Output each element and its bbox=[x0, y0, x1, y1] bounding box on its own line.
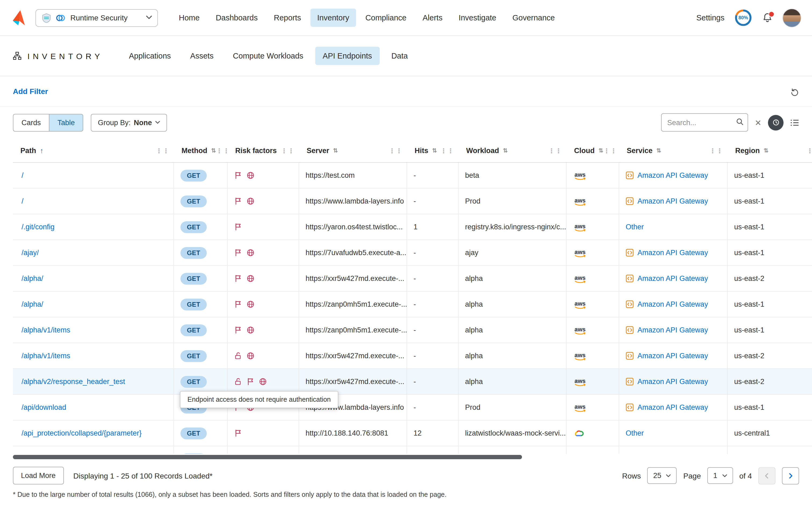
page-select[interactable]: 1 bbox=[707, 467, 733, 484]
tab-compute-workloads[interactable]: Compute Workloads bbox=[225, 47, 311, 65]
risk-internet-exposed-icon[interactable] bbox=[246, 352, 254, 360]
risk-internet-exposed-icon[interactable] bbox=[246, 300, 254, 308]
settings-link[interactable]: Settings bbox=[696, 13, 724, 22]
tab-applications[interactable]: Applications bbox=[121, 47, 178, 65]
add-filter-button[interactable]: Add Filter bbox=[13, 87, 48, 96]
risk-unauthenticated-icon[interactable] bbox=[234, 378, 242, 386]
table-row[interactable]: /api/download GET https://www.lambda-lay… bbox=[13, 395, 812, 420]
path-link[interactable]: / bbox=[21, 171, 23, 179]
risk-internet-exposed-icon[interactable] bbox=[246, 326, 254, 334]
prisma-logo[interactable] bbox=[11, 10, 27, 26]
clear-search-icon[interactable]: ✕ bbox=[755, 118, 761, 126]
nav-item-compliance[interactable]: Compliance bbox=[358, 9, 413, 27]
column-drag-handle[interactable]: ⋮⋮ bbox=[548, 147, 562, 154]
column-header[interactable]: Risk factors ⋮⋮ bbox=[228, 139, 299, 163]
path-link[interactable]: /alpha/v1/items bbox=[21, 326, 70, 334]
column-header[interactable]: Workload ⇅ ⋮⋮ bbox=[459, 139, 567, 163]
service-link[interactable]: Amazon API Gateway bbox=[637, 378, 708, 386]
table-row[interactable]: /api_protection/collapsed/{parameter} GE… bbox=[13, 420, 812, 446]
tab-data[interactable]: Data bbox=[384, 47, 415, 65]
sort-icon[interactable]: ↑ bbox=[40, 147, 44, 155]
nav-item-reports[interactable]: Reports bbox=[267, 9, 308, 27]
risk-internet-exposed-icon[interactable] bbox=[246, 249, 254, 257]
service-link[interactable]: Amazon API Gateway bbox=[637, 326, 708, 334]
next-page-button[interactable] bbox=[782, 467, 799, 484]
service-link[interactable]: Amazon API Gateway bbox=[637, 249, 708, 257]
column-header[interactable]: Region ⇅ ⋮⋮ bbox=[728, 139, 812, 163]
nav-item-inventory[interactable]: Inventory bbox=[310, 9, 356, 27]
table-row[interactable]: / GET https://www.lambda-layers.info - P… bbox=[13, 188, 812, 214]
nav-item-governance[interactable]: Governance bbox=[505, 9, 562, 27]
column-drag-handle[interactable]: ⋮⋮ bbox=[709, 147, 723, 154]
table-row[interactable]: /.git/config GET https://yaron.os4test.t… bbox=[13, 214, 812, 240]
column-drag-handle[interactable]: ⋮⋮ bbox=[441, 147, 454, 154]
sort-icon[interactable]: ⇅ bbox=[432, 147, 437, 154]
service-link[interactable]: Other bbox=[626, 429, 644, 437]
path-link[interactable]: /alpha/ bbox=[21, 300, 43, 308]
group-by-dropdown[interactable]: Group By: None bbox=[91, 114, 167, 131]
risk-flag-icon[interactable] bbox=[234, 249, 242, 257]
risk-flag-icon[interactable] bbox=[246, 378, 254, 386]
sort-icon[interactable]: ⇅ bbox=[656, 147, 661, 154]
risk-flag-icon[interactable] bbox=[234, 171, 242, 179]
reset-filters-icon[interactable] bbox=[790, 87, 799, 96]
service-link[interactable]: Amazon API Gateway bbox=[637, 300, 708, 308]
table-row[interactable]: /alpha/v1/items GET https://xxr5w427md.e… bbox=[13, 343, 812, 369]
nav-item-alerts[interactable]: Alerts bbox=[416, 9, 450, 27]
prev-page-button[interactable] bbox=[758, 467, 775, 484]
sort-icon[interactable]: ⇅ bbox=[503, 147, 508, 154]
column-drag-handle[interactable]: ⋮⋮ bbox=[807, 147, 812, 154]
scrollbar-thumb[interactable] bbox=[13, 455, 522, 459]
risk-flag-icon[interactable] bbox=[234, 300, 242, 308]
table-row[interactable]: /ajay/ GET https://7uvafudwb5.execute-a.… bbox=[13, 240, 812, 266]
table-row[interactable]: /alpha/v1/items GET https://zanp0mh5m1.e… bbox=[13, 318, 812, 343]
column-header[interactable]: Server ⇅ ⋮⋮ bbox=[299, 139, 407, 163]
load-more-button[interactable]: Load More bbox=[13, 467, 64, 485]
risk-flag-icon[interactable] bbox=[234, 197, 242, 205]
column-header[interactable]: Path ↑ ⋮⋮ bbox=[13, 139, 174, 163]
column-header[interactable]: Method ⇅ ⋮⋮ bbox=[174, 139, 228, 163]
product-switcher[interactable]: Runtime Security bbox=[36, 9, 158, 26]
service-link[interactable]: Amazon API Gateway bbox=[637, 171, 708, 179]
path-link[interactable]: /alpha/v1/items bbox=[21, 352, 70, 360]
service-link[interactable]: Amazon API Gateway bbox=[637, 403, 708, 411]
cards-view-button[interactable]: Cards bbox=[13, 114, 49, 131]
service-link[interactable]: Amazon API Gateway bbox=[637, 274, 708, 282]
service-link[interactable]: Amazon API Gateway bbox=[637, 197, 708, 205]
column-header[interactable]: Service ⇅ ⋮⋮ bbox=[619, 139, 728, 163]
table-view-button[interactable]: Table bbox=[49, 114, 83, 131]
service-link[interactable]: Amazon API Gateway bbox=[637, 352, 708, 360]
table-row[interactable]: / GET https://test.com - beta aws Amazon… bbox=[13, 163, 812, 188]
risk-internet-exposed-icon[interactable] bbox=[246, 171, 254, 179]
risk-flag-icon[interactable] bbox=[234, 223, 242, 231]
column-drag-handle[interactable]: ⋮⋮ bbox=[281, 147, 295, 154]
risk-internet-exposed-icon[interactable] bbox=[246, 274, 254, 282]
tab-api-endpoints[interactable]: API Endpoints bbox=[315, 47, 380, 65]
horizontal-scrollbar[interactable] bbox=[13, 454, 812, 460]
risk-internet-exposed-icon[interactable] bbox=[246, 197, 254, 205]
path-link[interactable]: /.git/config bbox=[21, 223, 55, 231]
risk-unauthenticated-icon[interactable] bbox=[234, 352, 242, 360]
table-row[interactable]: GET bbox=[13, 446, 812, 454]
column-settings-icon[interactable] bbox=[790, 119, 799, 126]
user-avatar[interactable] bbox=[782, 8, 801, 27]
path-link[interactable]: /alpha/ bbox=[21, 274, 43, 282]
path-link[interactable]: /api_protection/collapsed/{parameter} bbox=[21, 429, 141, 437]
risk-flag-icon[interactable] bbox=[234, 326, 242, 334]
risk-internet-exposed-icon[interactable] bbox=[259, 378, 267, 386]
notifications-bell-icon[interactable] bbox=[762, 12, 773, 23]
nav-item-investigate[interactable]: Investigate bbox=[452, 9, 503, 27]
sort-icon[interactable]: ⇅ bbox=[211, 147, 216, 154]
search-input[interactable] bbox=[661, 113, 748, 131]
tab-assets[interactable]: Assets bbox=[183, 47, 221, 65]
table-row[interactable]: /alpha/ GET https://zanp0mh5m1.execute-.… bbox=[13, 292, 812, 318]
column-header[interactable]: Cloud ⇅ ⋮⋮ bbox=[567, 139, 619, 163]
sort-icon[interactable]: ⇅ bbox=[333, 147, 338, 154]
history-icon[interactable] bbox=[768, 115, 784, 130]
rows-per-page-select[interactable]: 25 bbox=[647, 467, 677, 484]
table-row[interactable]: /alpha/ GET https://xxr5w427md.execute-.… bbox=[13, 266, 812, 292]
nav-item-home[interactable]: Home bbox=[172, 9, 207, 27]
path-link[interactable]: /api/download bbox=[21, 403, 66, 411]
path-link[interactable]: / bbox=[21, 197, 23, 205]
table-row[interactable]: /alpha/v2/response_header_test GET https… bbox=[13, 369, 812, 395]
